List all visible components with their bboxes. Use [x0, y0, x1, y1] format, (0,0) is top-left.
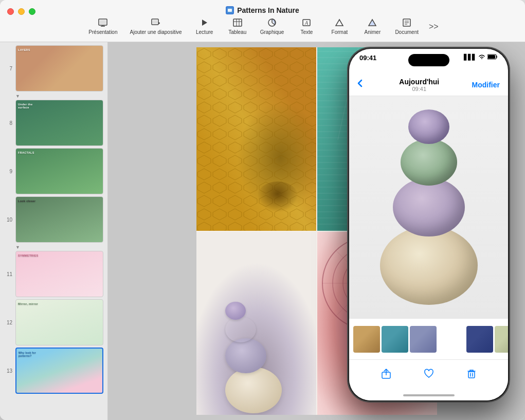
list-item[interactable]: 7 LAYERS [4, 45, 103, 92]
toolbar-text[interactable]: A Texte [291, 16, 322, 37]
urchin-stack-main [372, 109, 485, 305]
svg-marker-20 [336, 20, 343, 26]
urchin-ball-3 [393, 178, 465, 237]
slide-cell-honeybee [196, 47, 316, 231]
urchin-ball-1 [408, 109, 449, 144]
slide-number: 12 [4, 320, 12, 325]
svg-marker-10 [202, 20, 207, 26]
play-icon [201, 19, 209, 28]
list-item[interactable]: 10 Look closer [4, 196, 103, 243]
iphone-body: 09:41 ▋▋▋ [348, 47, 510, 402]
photos-time-label: 09:41 [367, 86, 472, 92]
home-indicator [403, 394, 455, 396]
thumbnail-item[interactable] [495, 326, 508, 353]
slide-number: 8 [4, 120, 12, 126]
thumbnail-item[interactable] [466, 326, 493, 353]
slide-panel[interactable]: 7 LAYERS ▼ 8 Under thesurface [0, 42, 108, 420]
toolbar-add-slide[interactable]: Ajouter une diapositive [125, 16, 187, 37]
slide-content-10: Look closer [16, 197, 103, 242]
svg-rect-7 [153, 20, 157, 24]
urchin-pattern-image [196, 232, 316, 415]
table-icon [233, 19, 242, 28]
toolbar-more[interactable]: >> [426, 20, 442, 33]
toolbar-format[interactable]: Format [324, 16, 355, 37]
iphone-device: 09:41 ▋▋▋ [348, 47, 510, 402]
list-item[interactable]: 9 FRACTALS [4, 148, 103, 194]
svg-rect-3 [100, 20, 106, 24]
text-icon: A [302, 19, 311, 28]
urchin-ball-4 [380, 226, 478, 305]
delete-button[interactable] [462, 364, 481, 387]
text-label: Texte [300, 29, 313, 35]
svg-rect-11 [233, 19, 242, 26]
toolbar-document[interactable]: Document [390, 16, 424, 37]
photos-main-image[interactable] [349, 96, 508, 318]
slide-thumbnail-12[interactable]: Mirror, mirror [15, 299, 103, 345]
slide-thumbnail-9[interactable]: FRACTALS [15, 148, 103, 194]
animate-icon [368, 19, 377, 28]
slide-content-13: Why look forpatterns? [16, 349, 102, 393]
slide-thumbnail-8[interactable]: Under thesurface [15, 100, 103, 146]
play-label: Lecture [196, 29, 213, 35]
modify-button[interactable]: Modifier [472, 81, 500, 89]
slide-number: 11 [4, 271, 12, 277]
table-label: Tableau [228, 29, 246, 35]
thumbnail-item[interactable] [353, 326, 380, 353]
main-area: 7 LAYERS ▼ 8 Under thesurface [0, 42, 525, 420]
maximize-button[interactable] [29, 8, 35, 15]
urchin-stack [225, 302, 287, 415]
toolbar-table[interactable]: Tableau [222, 16, 253, 37]
favorite-button[interactable] [419, 364, 439, 387]
traffic-lights [7, 8, 35, 15]
signal-icon: ▋▋▋ [464, 54, 476, 61]
photos-date-container: Aujourd'hui 09:41 [367, 78, 472, 92]
dynamic-island [408, 54, 449, 66]
slide-number: 13 [4, 368, 12, 374]
window-title: Patterns In Nature [226, 6, 299, 14]
slide-number: 9 [4, 169, 12, 174]
canvas-area: 09:41 ▋▋▋ [108, 42, 525, 420]
toolbar-animate[interactable]: Animer [357, 16, 388, 37]
add-slide-icon [151, 19, 160, 28]
slide-content-7: LAYERS [16, 46, 103, 91]
svg-text:A: A [304, 20, 309, 26]
iphone-status-icons: ▋▋▋ [464, 54, 498, 61]
format-label: Format [332, 29, 348, 35]
wifi-icon [478, 54, 485, 61]
back-button[interactable] [357, 79, 363, 90]
presentation-icon [98, 19, 107, 28]
svg-rect-47 [468, 372, 475, 378]
thumbnail-item[interactable] [410, 326, 437, 353]
share-button[interactable] [376, 364, 396, 387]
window-title-text: Patterns In Nature [237, 6, 299, 14]
toolbar-presentation[interactable]: Présentation [83, 16, 122, 37]
toolbar-chart[interactable]: Graphique [255, 16, 289, 37]
list-item[interactable]: 13 Why look forpatterns? [4, 348, 103, 394]
slide-thumbnail-13[interactable]: Why look forpatterns? [15, 348, 103, 394]
close-button[interactable] [7, 8, 14, 15]
chart-label: Graphique [260, 29, 284, 35]
battery-icon [487, 54, 498, 61]
thumbnail-item[interactable] [438, 326, 465, 353]
document-label: Document [395, 29, 419, 35]
add-slide-label: Ajouter une diapositive [130, 29, 182, 35]
slide-thumbnail-7[interactable]: LAYERS [15, 45, 103, 92]
thumbnail-item[interactable] [382, 326, 408, 353]
document-icon [402, 19, 411, 28]
svg-rect-1 [228, 9, 232, 12]
list-item[interactable]: 11 SYMMETRIES [4, 251, 103, 297]
minimize-button[interactable] [18, 8, 25, 15]
bee-pattern-image [196, 47, 316, 231]
toolbar-play[interactable]: Lecture [189, 16, 220, 37]
chevron-down-icon: ▼ [15, 94, 20, 99]
keynote-icon [226, 6, 234, 14]
mac-window: Patterns In Nature Présentation [0, 0, 525, 420]
list-item[interactable]: 12 Mirror, mirror [4, 299, 103, 345]
slide-thumbnail-10[interactable]: Look closer [15, 196, 103, 243]
slide-thumbnail-11[interactable]: SYMMETRIES [15, 251, 103, 297]
title-bar: Patterns In Nature Présentation [0, 0, 525, 42]
slide-content-9: FRACTALS [16, 149, 103, 194]
list-item[interactable]: 8 Under thesurface [4, 100, 103, 146]
slide-content-11: SYMMETRIES [16, 251, 103, 297]
photos-thumb-strip[interactable] [349, 318, 508, 359]
